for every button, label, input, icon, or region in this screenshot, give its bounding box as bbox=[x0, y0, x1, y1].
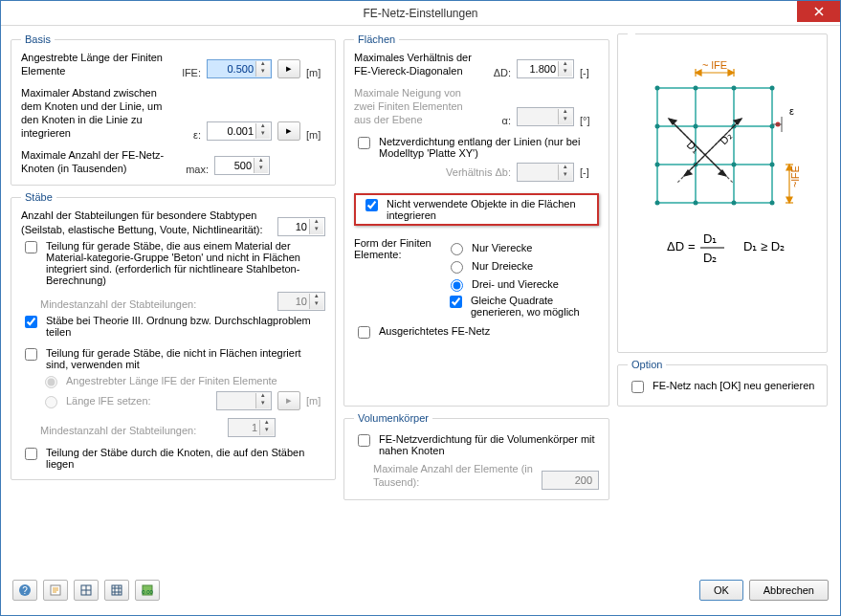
svg-point-11 bbox=[655, 86, 660, 91]
input-lfe[interactable] bbox=[207, 59, 272, 78]
chk-theorie[interactable] bbox=[25, 316, 37, 328]
grid1-icon[interactable] bbox=[74, 580, 99, 601]
chk-verdicht[interactable] bbox=[358, 137, 370, 149]
svg-point-13 bbox=[732, 86, 737, 91]
chk-integrate[interactable] bbox=[365, 199, 378, 211]
diag-lfe-top: ~ lFE bbox=[702, 59, 727, 71]
label-chk-verdicht: Netzverdichtung entlang der Linien (nur … bbox=[379, 136, 599, 159]
stepper-eps[interactable]: ▸ bbox=[277, 121, 300, 141]
chk-beton[interactable] bbox=[25, 241, 37, 253]
svg-point-25 bbox=[732, 201, 737, 206]
input-count[interactable] bbox=[277, 217, 325, 236]
group-staebe: Stäbe Anzahl der Stabteilungen für beson… bbox=[11, 191, 336, 480]
label-min: Mindestanzahl der Stabteilungen: bbox=[40, 297, 272, 311]
input-diag[interactable] bbox=[517, 59, 574, 78]
label-verh: Verhältnis Δb: bbox=[388, 165, 511, 179]
input-max[interactable] bbox=[214, 156, 270, 175]
close-button[interactable] bbox=[797, 1, 840, 22]
radio-angestr bbox=[45, 376, 57, 388]
cancel-button[interactable]: Abbrechen bbox=[749, 580, 829, 601]
grid2-icon[interactable] bbox=[104, 580, 129, 601]
diag-lfe-right: ~lFE bbox=[789, 165, 801, 187]
label-form: Form der Finiten Elemente: bbox=[354, 237, 440, 260]
mesh-diagram: ~ lFE bbox=[628, 40, 817, 298]
ok-button[interactable]: OK bbox=[699, 580, 743, 601]
unit-lfe: [m] bbox=[306, 67, 325, 78]
input-eps[interactable] bbox=[207, 121, 272, 141]
chk-notint[interactable] bbox=[25, 348, 37, 361]
stepper-lfe[interactable]: ▸ bbox=[277, 59, 300, 78]
unit-diag: [-] bbox=[580, 67, 599, 78]
label-count: Anzahl der Stabteilungen für besondere S… bbox=[21, 209, 272, 236]
radio-vier[interactable] bbox=[451, 243, 463, 255]
group-volumen: Volumenkörper FE-Netzverdichtung für die… bbox=[343, 412, 609, 500]
chk-quad[interactable] bbox=[450, 296, 462, 308]
sym-eps: ε: bbox=[172, 129, 201, 141]
legend-basis: Basis bbox=[21, 33, 55, 45]
input-min2 bbox=[228, 418, 276, 437]
label-max: Maximale Anzahl der FE-Netz-Knoten (in T… bbox=[21, 148, 174, 176]
label-chk-notint: Teilung für gerade Stäbe, die nicht in F… bbox=[46, 347, 325, 370]
label-chk-theorie: Stäbe bei Theorie III. Ordnung bzw. Durc… bbox=[46, 315, 325, 338]
group-diagram: ~ lFE bbox=[617, 33, 828, 353]
svg-text:=: = bbox=[688, 239, 696, 253]
calc-icon[interactable]: 0.00 bbox=[135, 580, 160, 601]
label-neigung: Maximale Neigung von zwei Finiten Elemen… bbox=[354, 86, 476, 127]
label-diag: Maximales Verhältnis der FE-Viereck-Diag… bbox=[354, 51, 476, 78]
formula-d1-top: D₁ bbox=[703, 231, 717, 246]
input-alpha bbox=[517, 107, 574, 126]
svg-point-26 bbox=[770, 201, 775, 206]
formula-d2-bot: D₂ bbox=[703, 251, 717, 265]
svg-point-14 bbox=[770, 86, 775, 91]
note-icon[interactable] bbox=[43, 580, 68, 601]
input-setzen bbox=[216, 391, 272, 410]
group-option: Option FE-Netz nach [OK] neu generieren bbox=[617, 359, 828, 407]
radio-dreivier[interactable] bbox=[451, 279, 463, 292]
label-chk-knoten: Teilung der Stäbe durch die Knoten, die … bbox=[46, 447, 325, 470]
formula-delta: ΔD bbox=[667, 239, 684, 253]
chk-vol-verd[interactable] bbox=[358, 434, 370, 447]
legend-flaechen: Flächen bbox=[354, 33, 399, 45]
formula-cond: D₁ ≥ D₂ bbox=[743, 239, 785, 253]
diag-eps: ε bbox=[789, 105, 794, 117]
input-verh bbox=[517, 163, 574, 182]
label-chk-beton: Teilung für gerade Stäbe, die aus einem … bbox=[46, 240, 325, 286]
radio-drei[interactable] bbox=[451, 261, 463, 274]
group-basis: Basis Angestrebte Länge der Finiten Elem… bbox=[11, 33, 336, 186]
legend-volumen: Volumenkörper bbox=[354, 412, 432, 424]
svg-point-16 bbox=[694, 124, 698, 129]
svg-point-19 bbox=[655, 163, 660, 167]
unit-alpha: [°] bbox=[580, 115, 599, 126]
sym-alpha: α: bbox=[482, 115, 511, 126]
svg-point-24 bbox=[694, 201, 698, 206]
svg-point-23 bbox=[655, 201, 660, 206]
svg-rect-43 bbox=[112, 585, 122, 595]
sym-diag: ΔD: bbox=[482, 67, 511, 78]
sym-lfe: lFE: bbox=[172, 67, 201, 78]
svg-text:?: ? bbox=[22, 585, 28, 596]
unit-eps: [m] bbox=[306, 129, 325, 141]
svg-point-22 bbox=[770, 163, 775, 167]
unit-setzen: [m] bbox=[306, 395, 325, 407]
group-flaechen: Flächen Maximales Verhältnis der FE-Vier… bbox=[343, 33, 609, 407]
legend-staebe: Stäbe bbox=[21, 191, 56, 203]
window-title: FE-Netz-Einstellungen bbox=[363, 7, 477, 20]
label-radio-drei: Nur Dreiecke bbox=[472, 260, 533, 272]
label-min2: Mindestanzahl der Stabteilungen: bbox=[40, 424, 222, 437]
svg-point-12 bbox=[694, 86, 698, 91]
label-dist: Maximaler Abstand zwischen dem Knoten un… bbox=[21, 86, 166, 141]
label-len: Angestrebte Länge der Finiten Elemente bbox=[21, 51, 166, 78]
label-radio-angestr: Angestrebter Länge lFE der Finiten Eleme… bbox=[66, 375, 277, 386]
chk-knoten[interactable] bbox=[25, 448, 37, 460]
svg-text:0.00: 0.00 bbox=[142, 589, 153, 595]
chk-ausger[interactable] bbox=[358, 326, 370, 339]
label-radio-setzen: Länge lFE setzen: bbox=[66, 395, 210, 407]
label-chk-integrate: Nicht verwendete Objekte in die Flächen … bbox=[387, 198, 591, 221]
label-chk-ausger: Ausgerichtetes FE-Netz bbox=[379, 325, 490, 337]
legend-option: Option bbox=[628, 359, 666, 370]
svg-point-21 bbox=[732, 163, 737, 167]
stepper-setzen: ▸ bbox=[277, 391, 300, 410]
input-vol-max bbox=[542, 471, 599, 490]
help-icon[interactable]: ? bbox=[12, 580, 37, 601]
chk-regen[interactable] bbox=[631, 381, 644, 393]
